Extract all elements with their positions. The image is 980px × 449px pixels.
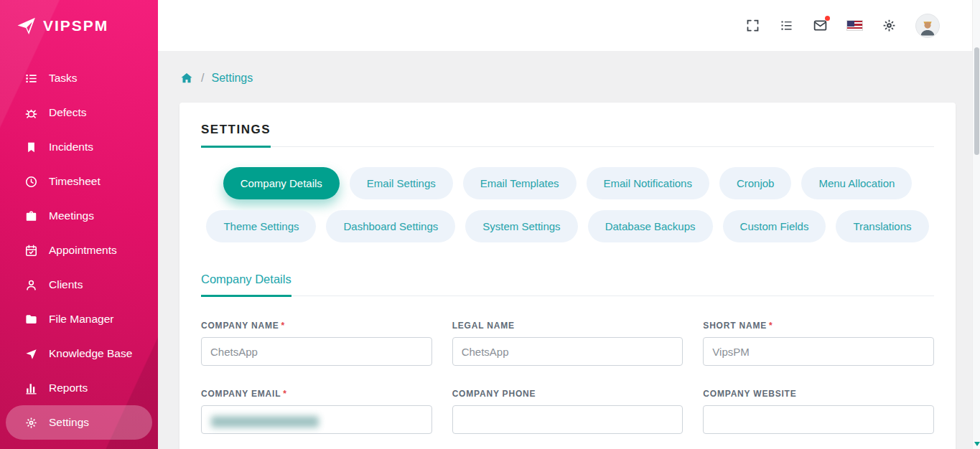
field-label: SHORT NAME* — [703, 321, 934, 331]
clock-icon — [24, 175, 38, 189]
tab-custom-fields[interactable]: Custom Fields — [723, 210, 826, 242]
field-legal-name: LEGAL NAME — [452, 321, 683, 366]
field-company-website: COMPANY WEBSITE — [703, 389, 934, 434]
gears-icon — [24, 416, 38, 430]
field-label: COMPANY WEBSITE — [703, 389, 934, 399]
sidebar-item-knowledge-base[interactable]: Knowledge Base — [6, 336, 152, 371]
legal-name-input[interactable] — [452, 337, 683, 366]
user-icon — [24, 278, 38, 292]
sidebar-menu: Tasks Defects Incidents Timesheet Meetin… — [0, 51, 158, 440]
sidebar-item-tasks[interactable]: Tasks — [6, 61, 152, 95]
sidebar-item-label: Incidents — [49, 141, 93, 153]
tab-database-backups[interactable]: Database Backups — [588, 210, 713, 242]
sidebar-item-file-manager[interactable]: File Manager — [6, 302, 152, 336]
tab-system-settings[interactable]: System Settings — [465, 210, 577, 242]
sidebar-item-label: Clients — [49, 278, 83, 291]
sidebar-item-appointments[interactable]: Appointments — [6, 233, 152, 268]
briefcase-icon — [24, 209, 38, 223]
brand-name: VIPSPM — [43, 17, 108, 34]
mail-badge-dot — [825, 16, 830, 21]
sidebar: VIPSPM Tasks Defects Incidents Timesheet… — [0, 0, 158, 449]
sidebar-item-meetings[interactable]: Meetings — [6, 199, 152, 233]
tab-company-details[interactable]: Company Details — [223, 167, 340, 199]
field-short-name: SHORT NAME* — [703, 321, 934, 366]
sidebar-item-reports[interactable]: Reports — [6, 371, 152, 405]
company-details-form: COMPANY NAME* LEGAL NAME SHORT NAME* COM… — [201, 321, 934, 434]
breadcrumb: / Settings — [179, 71, 956, 85]
sidebar-item-defects[interactable]: Defects — [6, 95, 152, 130]
page-scrollbar — [972, 0, 980, 449]
fullscreen-icon[interactable] — [745, 18, 760, 33]
bar-chart-icon — [24, 382, 38, 395]
app-window: VIPSPM Tasks Defects Incidents Timesheet… — [0, 0, 980, 449]
field-company-phone: COMPANY PHONE — [452, 389, 683, 434]
tab-dashboard-settings[interactable]: Dashboard Settings — [326, 210, 455, 242]
sidebar-item-timesheet[interactable]: Timesheet — [6, 164, 152, 199]
brand: VIPSPM — [0, 0, 158, 51]
tabs-row-2: Theme Settings Dashboard Settings System… — [201, 210, 934, 242]
company-name-input[interactable] — [201, 337, 432, 366]
breadcrumb-separator: / — [201, 72, 204, 85]
sidebar-item-label: Appointments — [49, 244, 117, 257]
title-divider — [201, 146, 934, 147]
sidebar-item-label: Defects — [49, 106, 87, 119]
tab-menu-allocation[interactable]: Menu Allocation — [801, 167, 912, 199]
tab-translations[interactable]: Translations — [836, 210, 928, 242]
section-title: Company Details — [201, 273, 291, 297]
settings-card: SETTINGS Company Details Email Settings … — [179, 103, 956, 449]
company-email-input[interactable] — [201, 405, 432, 434]
sidebar-item-label: File Manager — [49, 313, 113, 326]
field-label: COMPANY PHONE — [452, 389, 683, 399]
language-flag-us-icon[interactable] — [846, 20, 863, 31]
section-divider — [201, 296, 934, 296]
tab-email-notifications[interactable]: Email Notifications — [587, 167, 709, 199]
content-area: / Settings SETTINGS Company Details Emai… — [158, 51, 980, 449]
sidebar-item-label: Meetings — [49, 209, 94, 222]
settings-gear-icon[interactable] — [882, 18, 897, 33]
main-column: / Settings SETTINGS Company Details Emai… — [158, 0, 980, 449]
sidebar-item-label: Reports — [49, 382, 88, 394]
required-asterisk: * — [769, 321, 773, 331]
topbar — [158, 0, 980, 51]
sidebar-item-label: Settings — [49, 416, 89, 429]
scrollbar-down-arrow[interactable] — [973, 440, 980, 448]
section-head: Company Details — [201, 273, 934, 296]
company-website-input[interactable] — [703, 405, 934, 434]
bug-icon — [24, 106, 38, 120]
task-list-icon[interactable] — [779, 18, 794, 33]
sidebar-item-clients[interactable]: Clients — [6, 268, 152, 302]
page-title-wrap: SETTINGS — [201, 123, 934, 146]
required-asterisk: * — [281, 321, 285, 331]
calendar-icon — [24, 244, 38, 257]
short-name-input[interactable] — [703, 337, 934, 366]
sidebar-item-label: Tasks — [49, 72, 78, 85]
tabs-row-1: Company Details Email Settings Email Tem… — [201, 167, 934, 199]
us-flag — [846, 20, 863, 31]
required-asterisk: * — [283, 389, 286, 399]
mail-icon[interactable] — [813, 18, 828, 33]
tab-email-settings[interactable]: Email Settings — [350, 167, 453, 199]
sidebar-item-label: Knowledge Base — [49, 347, 132, 360]
tab-cronjob[interactable]: Cronjob — [719, 167, 792, 199]
home-icon[interactable] — [179, 71, 194, 85]
company-phone-input[interactable] — [452, 405, 683, 434]
tasks-icon — [24, 72, 38, 85]
brand-logo-icon — [16, 15, 37, 37]
sidebar-item-label: Timesheet — [49, 175, 101, 188]
scrollbar-thumb[interactable] — [974, 47, 979, 155]
tab-email-templates[interactable]: Email Templates — [463, 167, 577, 199]
field-label: COMPANY NAME* — [201, 321, 432, 331]
sidebar-item-incidents[interactable]: Incidents — [6, 130, 152, 164]
paper-plane-icon — [24, 347, 38, 361]
field-label: COMPANY EMAIL* — [201, 389, 432, 399]
folder-icon — [24, 313, 38, 326]
field-company-email: COMPANY EMAIL* — [201, 389, 432, 434]
tab-theme-settings[interactable]: Theme Settings — [206, 210, 316, 242]
bookmark-icon — [24, 141, 38, 154]
field-company-name: COMPANY NAME* — [201, 321, 432, 366]
user-avatar[interactable] — [915, 14, 940, 38]
sidebar-item-settings[interactable]: Settings — [6, 405, 152, 440]
breadcrumb-current[interactable]: Settings — [211, 72, 253, 85]
page-title: SETTINGS — [201, 123, 271, 148]
field-label: LEGAL NAME — [452, 321, 683, 331]
